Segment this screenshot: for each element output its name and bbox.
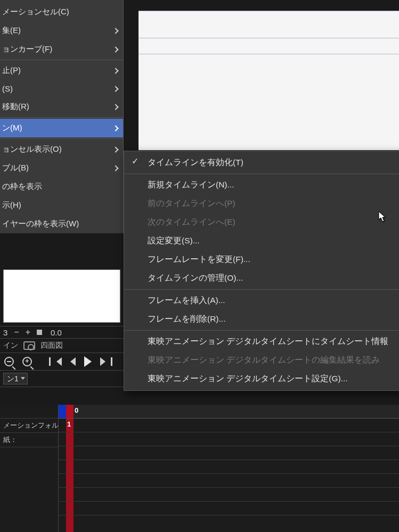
menu-separator [124, 174, 399, 174]
chevron-right-icon [112, 146, 118, 152]
chevron-right-icon [112, 46, 118, 52]
track-header[interactable]: メーションフォルダ [0, 419, 58, 433]
timeline-panel: メーションフォルダ 紙： 0 1 [0, 405, 399, 532]
timeline-row[interactable] [59, 432, 399, 446]
menu-item-label: ョンセル表示(O) [2, 144, 62, 154]
menu-item-cel-display[interactable]: ョンセル表示(O) [0, 140, 123, 159]
chevron-right-icon [112, 165, 118, 171]
menu-item-table[interactable]: ブル(B) [0, 159, 123, 177]
timeline-playhead[interactable]: 0 [66, 405, 74, 418]
play-icon[interactable] [84, 356, 92, 367]
menu-separator [124, 289, 399, 290]
menu-item-show-h[interactable]: 示(H) [0, 196, 123, 215]
menu-item-label: イヤーの枠を表示(W) [2, 219, 79, 229]
submenu-item-label: 東映アニメーション デジタルタイムシートの編集結果を読み [148, 355, 380, 366]
chevron-right-icon [112, 125, 118, 131]
submenu-item-label: 東映アニメーション デジタルタイムシート設定(G)... [148, 373, 348, 384]
timeline-ruler[interactable]: 0 [59, 405, 399, 419]
track-select-input[interactable]: ン1 [3, 373, 28, 384]
menu-item-label: 示(H) [2, 200, 21, 210]
menu-item-show-frame[interactable]: の枠を表示 [0, 177, 123, 196]
view-toolbar: イン 四面図 [0, 339, 124, 353]
submenu-item-settings[interactable]: 設定変更(S)... [124, 232, 399, 250]
track-selector-row: ン1 [0, 371, 124, 387]
submenu-item-label: 前のタイムラインへ(P) [148, 198, 235, 209]
timeline-start-marker[interactable] [59, 405, 66, 418]
zoom-out-icon[interactable] [4, 357, 14, 366]
menu-item-stop[interactable]: 止(P) [0, 61, 123, 80]
menu-item-label: ブル(B) [2, 163, 29, 173]
submenu-item-label: 東映アニメーション デジタルタイムシートにタイムシート情報 [148, 336, 388, 347]
step-forward-icon[interactable] [100, 357, 105, 366]
menu-item-move[interactable]: 移動(R) [0, 97, 123, 116]
timeline-body[interactable]: 1 [59, 419, 399, 532]
menu-item-label: ョンカーブ(F) [2, 44, 52, 54]
timeline-row[interactable] [59, 446, 399, 460]
menu-item-animation-cel[interactable]: メーションセル(C) [0, 3, 123, 21]
step-back-icon[interactable] [70, 357, 76, 366]
menu-item-label: 移動(R) [2, 102, 29, 112]
menu-item-show-layer-frame[interactable]: イヤーの枠を表示(W) [0, 215, 123, 233]
menu-separator [0, 117, 123, 118]
value-label: 3 [3, 328, 7, 337]
zoom-in-icon[interactable] [22, 357, 32, 366]
chevron-right-icon [112, 68, 118, 73]
menu-item-label: の枠を表示 [2, 182, 42, 192]
plus-button[interactable]: + [26, 328, 30, 337]
submenu-item-new-timeline[interactable]: 新規タイムライン(N)... [124, 176, 399, 194]
submenu-item-label: 新規タイムライン(N)... [148, 179, 234, 191]
canvas-area[interactable] [139, 11, 399, 150]
menu-item-label: 止(P) [2, 66, 21, 76]
menu-item-label: (S) [2, 84, 13, 93]
navigator-panel: 3 − + 0.0 イン 四面図 ン1 [0, 267, 124, 387]
submenu-item-label: 設定変更(S)... [148, 235, 200, 247]
submenu-item-enable-timeline[interactable]: タイムラインを有効化(T) [124, 153, 399, 172]
menu-item-function-curve[interactable]: ョンカーブ(F) [0, 40, 123, 59]
frame-number: 1 [67, 420, 71, 428]
timeline-submenu: タイムラインを有効化(T) 新規タイムライン(N)... 前のタイムラインへ(P… [124, 151, 399, 391]
timeline-row[interactable] [59, 488, 399, 502]
camera-icon[interactable] [23, 341, 35, 350]
menu-item-edit[interactable]: 集(E) [0, 21, 123, 40]
timeline-tracks[interactable]: 0 1 [59, 405, 399, 532]
submenu-item-label: タイムラインを有効化(T) [148, 157, 243, 168]
submenu-item-label: フレームを削除(R)... [148, 314, 225, 325]
stop-icon [37, 330, 42, 335]
timeline-row[interactable]: 1 [59, 419, 399, 432]
chevron-right-icon [112, 28, 118, 34]
timeline-row[interactable] [59, 460, 399, 474]
submenu-item-delete-frame[interactable]: フレームを削除(R)... [124, 310, 399, 329]
minus-button[interactable]: − [14, 328, 19, 337]
menu-separator [124, 330, 399, 331]
timeline-ruler-header [0, 405, 58, 419]
submenu-item-label: フレームレートを変更(F)... [148, 254, 250, 265]
navigator-thumbnail[interactable] [3, 269, 120, 323]
menu-item-timeline[interactable]: ン(M) [0, 119, 123, 137]
timeline-track-headers: メーションフォルダ 紙： [0, 405, 59, 532]
chevron-right-icon [112, 104, 118, 110]
go-to-start-icon[interactable] [56, 357, 62, 366]
zoom-controls: 3 − + 0.0 [0, 326, 124, 339]
timeline-row[interactable] [59, 502, 399, 515]
submenu-item-manage-timeline[interactable]: タイムラインの管理(O)... [124, 269, 399, 288]
menu-separator [0, 138, 123, 139]
view-mode-label[interactable]: 四面図 [40, 341, 63, 350]
submenu-item-toei-export[interactable]: 東映アニメーション デジタルタイムシートにタイムシート情報 [124, 332, 399, 351]
submenu-item-framerate[interactable]: フレームレートを変更(F)... [124, 250, 399, 269]
submenu-item-insert-frame[interactable]: フレームを挿入(A)... [124, 291, 399, 310]
menu-item-label: ン(M) [2, 123, 22, 133]
view-label: イン [3, 341, 18, 350]
track-name: 紙： [3, 436, 17, 444]
track-header[interactable]: 紙： [0, 433, 58, 447]
submenu-item-toei-import: 東映アニメーション デジタルタイムシートの編集結果を読み [124, 351, 399, 370]
submenu-item-label: タイムラインの管理(O)... [148, 273, 243, 284]
menu-item-s[interactable]: (S) [0, 80, 123, 97]
timeline-row[interactable] [59, 474, 399, 488]
submenu-item-toei-settings[interactable]: 東映アニメーション デジタルタイムシート設定(G)... [124, 370, 399, 388]
chevron-right-icon [112, 86, 118, 92]
menu-separator [0, 60, 123, 60]
submenu-item-label: 次のタイムラインへ(E) [148, 217, 235, 228]
track-select[interactable]: ン1 [3, 373, 28, 384]
track-name: メーションフォルダ [3, 421, 58, 429]
main-menu: メーションセル(C) 集(E) ョンカーブ(F) 止(P) (S) 移動(R) … [0, 0, 124, 233]
